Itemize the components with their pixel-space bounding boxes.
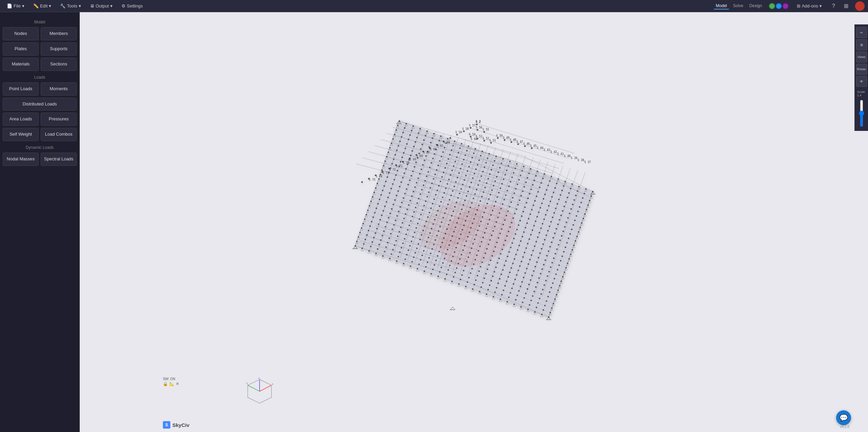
plates-button[interactable]: Plates xyxy=(3,42,39,56)
distributed-loads-button[interactable]: Distributed Loads xyxy=(3,98,77,111)
tab-design[interactable]: Design xyxy=(747,3,764,9)
svg-point-2544 xyxy=(504,285,506,287)
tab-solve[interactable]: Solve xyxy=(731,3,745,9)
svg-text:S 68: S 68 xyxy=(416,155,423,158)
svg-point-2222 xyxy=(437,210,438,211)
svg-point-1974 xyxy=(450,174,451,176)
svg-point-2295 xyxy=(510,247,511,248)
supports-button[interactable]: Supports xyxy=(41,42,77,56)
pencil-tool-button[interactable]: ✏ xyxy=(856,27,867,38)
svg-point-2131 xyxy=(456,202,457,203)
svg-point-2451 xyxy=(509,272,510,273)
svg-point-1700 xyxy=(510,141,512,143)
svg-point-2136 xyxy=(490,214,491,216)
svg-point-2019 xyxy=(545,214,546,215)
svg-point-2497 xyxy=(395,240,397,241)
svg-point-2517 xyxy=(533,291,535,292)
rotate-button[interactable]: Rotate xyxy=(856,64,867,75)
self-weight-button[interactable]: Self Weight xyxy=(3,128,39,141)
svg-point-2298 xyxy=(531,254,532,256)
addons-menu[interactable]: ⊞ Add-ons ▾ xyxy=(793,2,825,10)
views-button[interactable]: Views xyxy=(856,52,867,62)
svg-point-2278 xyxy=(392,204,394,205)
point-loads-button[interactable]: Point Loads xyxy=(3,82,39,96)
svg-point-1792 xyxy=(487,158,488,159)
svg-point-2184 xyxy=(390,188,392,189)
svg-point-1690 xyxy=(476,129,478,131)
svg-point-2282 xyxy=(420,214,421,215)
svg-text:S 67: S 67 xyxy=(423,151,430,154)
sections-button[interactable]: Sections xyxy=(41,58,77,71)
sw-icon-1[interactable]: 🔒 xyxy=(163,381,168,386)
svg-point-2245 xyxy=(380,194,381,196)
svg-point-1997 xyxy=(393,158,394,160)
svg-point-1916 xyxy=(480,175,482,177)
scale-label: Scale: 1.4 xyxy=(857,90,866,97)
svg-point-2325 xyxy=(502,249,503,250)
model-buttons-row2: Plates Supports xyxy=(3,42,77,56)
svg-point-1796 xyxy=(514,168,516,169)
svg-point-2332 xyxy=(550,267,551,268)
svg-point-2296 xyxy=(517,249,518,251)
svg-point-1693 xyxy=(456,134,458,136)
area-loads-button[interactable]: Area Loads xyxy=(3,113,39,126)
tools-menu[interactable]: 🔧 Tools ▾ xyxy=(57,2,84,10)
user-avatar[interactable] xyxy=(855,1,865,11)
svg-point-2096 xyxy=(430,187,431,189)
svg-point-2383 xyxy=(471,248,472,249)
nodal-masses-button[interactable]: Nodal Masses xyxy=(3,153,39,166)
svg-text:S 43: S 43 xyxy=(544,149,550,152)
visibility-button[interactable]: 👁 xyxy=(856,76,867,87)
output-menu[interactable]: 🖥 Output ▾ xyxy=(87,2,116,10)
svg-point-2535 xyxy=(442,262,444,263)
svg-point-2605 xyxy=(494,292,495,293)
sw-icon-3[interactable]: ✕ xyxy=(176,381,179,386)
grid-button[interactable]: ⊞ xyxy=(842,2,850,10)
svg-point-2560 xyxy=(399,251,400,253)
spectral-loads-button[interactable]: Spectral Loads xyxy=(41,153,77,166)
materials-button[interactable]: Materials xyxy=(3,58,39,71)
svg-point-2503 xyxy=(437,255,438,257)
svg-point-1797 xyxy=(521,170,523,172)
chat-button[interactable]: 💬 xyxy=(836,410,851,425)
svg-point-1928 xyxy=(563,206,565,207)
load-combos-button[interactable]: Load Combos xyxy=(41,128,77,141)
moments-button[interactable]: Moments xyxy=(41,82,77,96)
svg-point-2100 xyxy=(457,197,458,198)
svg-point-2000 xyxy=(414,166,415,168)
svg-point-2281 xyxy=(413,211,415,213)
svg-text:Z: Z xyxy=(258,378,260,379)
members-button[interactable]: Members xyxy=(41,27,77,40)
svg-point-2350 xyxy=(458,238,460,239)
svg-point-1701 xyxy=(517,143,519,145)
svg-point-2370 xyxy=(381,215,382,216)
svg-point-2064 xyxy=(424,180,426,181)
svg-point-2393 xyxy=(540,273,541,274)
svg-text:Y: Y xyxy=(246,382,248,385)
svg-point-2375 xyxy=(415,227,417,229)
tab-model[interactable]: Model xyxy=(714,3,729,9)
svg-point-2445 xyxy=(468,256,469,258)
svg-point-2565 xyxy=(434,264,435,266)
sw-icon-2[interactable]: 📐 xyxy=(169,381,174,386)
svg-point-2456 xyxy=(543,284,545,286)
svg-point-2300 xyxy=(544,259,546,261)
svg-point-1935 xyxy=(396,150,397,151)
settings-icon: ⚙ xyxy=(121,3,126,8)
settings-menu[interactable]: ⚙ Settings xyxy=(118,2,146,10)
edit-menu[interactable]: ✏️ Edit ▾ xyxy=(30,2,55,10)
nodes-button[interactable]: Nodes xyxy=(3,27,39,40)
file-menu[interactable]: 📄 File ▾ xyxy=(3,2,28,10)
pressures-button[interactable]: Pressures xyxy=(41,113,77,126)
help-button[interactable]: ? xyxy=(830,2,837,10)
svg-point-2353 xyxy=(479,246,480,247)
svg-point-2408 xyxy=(428,237,429,238)
svg-point-2294 xyxy=(503,244,504,246)
svg-point-1875 xyxy=(413,146,414,147)
svg-point-2555 xyxy=(364,239,366,240)
svg-point-2163 xyxy=(461,209,462,210)
layers-button[interactable]: ⊞ xyxy=(856,39,867,50)
scale-slider[interactable] xyxy=(859,100,864,127)
svg-point-1876 xyxy=(420,148,421,150)
svg-point-2534 xyxy=(435,260,436,261)
